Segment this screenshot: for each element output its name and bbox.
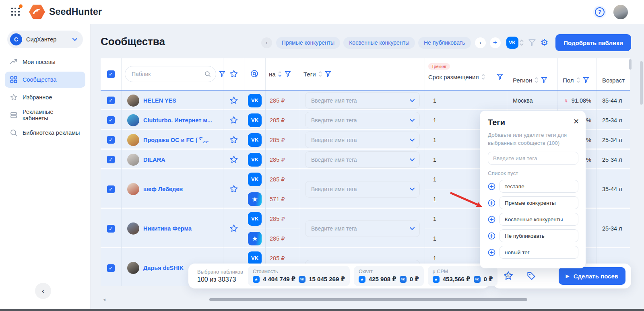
term-column-header[interactable]: Трекинг Срок размещения	[425, 58, 507, 90]
region-column-header[interactable]: Регион	[507, 58, 558, 90]
add-tag-plus-icon[interactable]	[488, 216, 495, 223]
term-sort-icon[interactable]	[481, 74, 485, 80]
add-tag-plus-icon[interactable]	[488, 183, 495, 190]
gender-percent: 91.08%	[572, 97, 591, 104]
row-tag-input[interactable]: Введите имя тега	[305, 112, 420, 128]
age-value: 25-34 л	[597, 130, 630, 150]
select-all-checkbox[interactable]: ✓	[107, 70, 115, 78]
age-value: 25-34 л	[597, 150, 630, 169]
selected-publics-label: Выбрано пабликов	[197, 269, 243, 275]
tags-popup-input[interactable]	[488, 152, 578, 165]
popup-tag-label[interactable]: тестапе	[500, 180, 578, 193]
community-name-link[interactable]: Clubturbo. Интернет м...	[143, 117, 212, 124]
price-sort-icon[interactable]	[278, 71, 282, 77]
community-name-link[interactable]: HELEN YES	[143, 97, 176, 104]
seedhunter-logo-icon[interactable]	[29, 4, 45, 20]
row-tag-input[interactable]: Введите имя тега	[305, 92, 420, 109]
chevron-down-icon	[410, 158, 415, 161]
chevron-down-icon	[410, 119, 415, 122]
selector-chevrons-icon	[520, 39, 524, 46]
community-name-link[interactable]: шеф Лебедев	[143, 186, 183, 192]
add-tag-plus-icon[interactable]	[488, 199, 495, 207]
star-icon	[10, 93, 18, 101]
row-checkbox[interactable]: ✓	[107, 97, 115, 104]
chips-scroll-left-icon[interactable]: ‹	[261, 37, 272, 48]
table-vertical-scrollbar[interactable]	[629, 59, 632, 70]
sidebar-item-4[interactable]: Библиотека рекламы	[5, 125, 85, 141]
add-tag-plus-icon[interactable]	[488, 232, 495, 240]
collapse-sidebar-button[interactable]: ‹	[35, 283, 51, 299]
popup-tag-label[interactable]: новый тег	[500, 246, 578, 259]
row-checkbox[interactable]: ✓	[107, 185, 115, 193]
row-tag-input[interactable]: Введите имя тега	[305, 151, 420, 168]
add-tag-chip-button[interactable]: +	[490, 37, 501, 48]
popup-tag-label[interactable]: Косвенные конкуренты	[500, 213, 578, 226]
price-value: 285 ₽	[266, 209, 300, 229]
favorite-column-icon[interactable]	[229, 69, 239, 79]
row-tag-input[interactable]: Введите имя тега	[305, 220, 420, 237]
tag-chip-0[interactable]: Прямые конкуренты	[276, 37, 340, 49]
tag-action-icon[interactable]	[526, 271, 537, 281]
chips-scroll-right-icon[interactable]: ›	[475, 37, 486, 48]
favorite-star-icon[interactable]	[229, 115, 239, 125]
tags-column-header[interactable]: Теги	[300, 58, 425, 90]
search-icon	[10, 129, 18, 137]
tags-filter-icon[interactable]	[324, 70, 332, 78]
sidebar-item-label: Избранное	[23, 94, 52, 101]
add-tag-plus-icon[interactable]	[488, 249, 495, 256]
term-filter-icon[interactable]	[496, 73, 504, 80]
settings-gear-icon[interactable]: ⚙	[541, 37, 549, 48]
tag-chip-2[interactable]: Не публиковать	[418, 37, 471, 49]
platform-selector[interactable]: VK	[506, 37, 524, 49]
price-column-header[interactable]: на	[266, 58, 300, 90]
gender-sort-icon[interactable]	[576, 77, 580, 83]
popup-tag-label[interactable]: Прямые конкуренты	[500, 196, 578, 209]
favorite-star-icon[interactable]	[229, 224, 239, 233]
public-search-input[interactable]	[132, 71, 204, 77]
favorite-star-icon[interactable]	[229, 135, 239, 145]
favorite-star-icon[interactable]	[229, 96, 239, 105]
click-target-icon[interactable]	[250, 69, 260, 79]
row-tag-input[interactable]: Введите имя тега	[305, 132, 420, 148]
community-name-link[interactable]: DILARA	[143, 157, 165, 163]
favorite-star-icon[interactable]	[229, 155, 239, 165]
summary-close-icon[interactable]: ✕	[502, 270, 514, 282]
sidebar-item-0[interactable]: Мои посевы	[5, 54, 85, 70]
region-filter-icon[interactable]	[541, 76, 548, 84]
user-avatar[interactable]	[613, 5, 628, 19]
price-filter-icon[interactable]	[284, 70, 291, 78]
tag-chip-1[interactable]: Косвенные конкуренты	[343, 37, 415, 49]
community-name-link[interactable]: Дарья deSHIK	[143, 265, 184, 271]
age-value: 35-44 л	[597, 169, 630, 209]
popup-tag-label[interactable]: Не публиковать	[500, 229, 578, 242]
filter-icon[interactable]	[528, 38, 537, 47]
tags-popup: Теги ✕ Добавьте или удалите теги для выб…	[480, 111, 586, 268]
row-checkbox[interactable]: ✓	[107, 136, 115, 144]
region-sort-icon[interactable]	[535, 77, 538, 83]
horizontal-scrollbar[interactable]	[209, 298, 527, 301]
make-seeding-button[interactable]: ▶ Сделать посев	[559, 267, 625, 285]
hscroll-left-arrow-icon[interactable]: ◄	[102, 297, 106, 302]
account-switcher[interactable]: С СидХантер	[7, 31, 83, 48]
gender-column-header[interactable]: Пол	[558, 58, 597, 90]
row-checkbox[interactable]: ✓	[107, 225, 115, 233]
age-column-header[interactable]: Возраст	[597, 58, 630, 90]
community-name-link[interactable]: Никитина Ферма	[143, 225, 192, 232]
community-name-link[interactable]: Продажа ОС и FC ( ͡° ͜…	[143, 137, 209, 143]
tags-popup-close-icon[interactable]: ✕	[573, 117, 579, 126]
row-checkbox[interactable]: ✓	[107, 156, 115, 163]
row-checkbox[interactable]: ✓	[107, 264, 115, 272]
row-tag-input[interactable]: Введите имя тега	[305, 181, 420, 198]
row-checkbox[interactable]: ✓	[107, 116, 115, 124]
favorite-star-icon[interactable]	[229, 184, 239, 194]
help-icon[interactable]: ?	[593, 6, 606, 19]
select-publics-button[interactable]: Подобрать паблики	[555, 34, 631, 51]
community-avatar	[127, 114, 139, 126]
tags-sort-icon[interactable]	[318, 71, 322, 77]
sidebar-item-1[interactable]: Сообщества	[5, 72, 85, 88]
sidebar-item-2[interactable]: Избранное	[5, 89, 85, 105]
sidebar-item-3[interactable]: Рекламные кабинеты	[5, 107, 85, 123]
page-vertical-scrollbar[interactable]	[640, 61, 643, 105]
apps-grid-icon[interactable]	[11, 8, 20, 16]
gender-filter-icon[interactable]	[582, 76, 590, 84]
